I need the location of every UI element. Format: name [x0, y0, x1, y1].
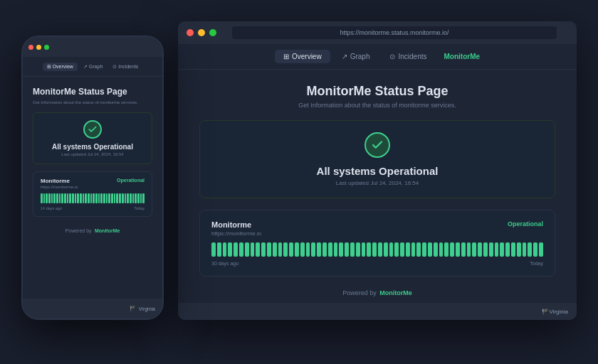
service-info: Monitorme https://monitorme.io [211, 220, 261, 237]
uptime-segment [283, 242, 288, 257]
mobile-maximize-button[interactable] [44, 45, 49, 50]
mobile-uptime-segment [111, 193, 113, 203]
mobile-uptime-segment [132, 193, 135, 203]
uptime-segment [400, 242, 404, 257]
tab-overview[interactable]: ⊞ Overview [275, 50, 330, 63]
uptime-segment [384, 242, 388, 257]
service-card: Monitorme https://monitorme.io Operation… [199, 210, 555, 277]
mobile-uptime-segment [100, 193, 103, 203]
mobile-uptime-segment [130, 193, 132, 203]
close-button[interactable] [187, 29, 194, 36]
uptime-segment [439, 242, 444, 257]
mobile-uptime-segment [48, 193, 51, 203]
mobile-service-card: Monitorme https://monitorme.io Operation… [33, 171, 152, 217]
mobile-uptime-segment [95, 193, 98, 203]
mobile-uptime-segment [77, 193, 79, 203]
mobile-region-flag: 🏴 [130, 306, 136, 311]
mobile-uptime-segment [122, 193, 124, 203]
uptime-segment [528, 242, 532, 257]
uptime-segment [322, 242, 327, 257]
mobile-page-title: MonitorMe Status Page [33, 87, 152, 98]
service-url: https://monitorme.io [211, 230, 261, 237]
uptime-segment [372, 242, 377, 257]
region-label: Virginia [549, 309, 568, 315]
mobile-grid-icon: ⊞ [47, 64, 51, 70]
mobile-tab-graph[interactable]: ↗ Graph [79, 63, 107, 71]
service-status: Operational [508, 220, 543, 228]
desktop-browser-window: https://monitorme.status.monitorme.io/ ⊞… [178, 21, 577, 320]
mobile-uptime-segment [67, 193, 69, 203]
uptime-segment [472, 242, 476, 257]
uptime-segment [483, 242, 488, 257]
uptime-segment [456, 242, 460, 257]
mobile-browser-window: ⊞ Overview ↗ Graph ⊙ Incidents MonitorMe… [21, 36, 164, 320]
uptime-end-label: Today [530, 261, 543, 266]
uptime-segment [467, 242, 471, 257]
mobile-uptime-start-label: 14 days ago [41, 206, 62, 210]
uptime-segment [211, 242, 216, 257]
mobile-uptime-segment [140, 193, 142, 203]
uptime-segment [328, 242, 332, 257]
mobile-region-label: Virginia [139, 306, 155, 311]
uptime-segment [511, 242, 515, 257]
mobile-uptime-segment [64, 193, 66, 203]
browser-nav: ⊞ Overview ↗ Graph ⊙ Incidents MonitorMe [178, 44, 577, 70]
uptime-segment [334, 242, 338, 257]
mobile-uptime-segment [80, 193, 82, 203]
uptime-segment [306, 242, 310, 257]
uptime-segment [416, 242, 421, 257]
uptime-segment [428, 242, 432, 257]
uptime-segment [367, 242, 371, 257]
uptime-segment [278, 242, 283, 257]
uptime-segment [345, 242, 349, 257]
mobile-page-subtitle: Get Information about the status of moni… [33, 100, 152, 105]
uptime-segment [517, 242, 521, 257]
region-flag: 🏴 [542, 309, 549, 315]
tab-incidents[interactable]: ⊙ Incidents [381, 50, 435, 63]
url-text: https://monitorme.status.monitorme.io/ [340, 29, 448, 36]
mobile-powered-by: Powered by MonitorMe [33, 223, 152, 235]
uptime-start-label: 30 days ago [211, 261, 238, 266]
uptime-segment [523, 242, 527, 257]
uptime-labels: 30 days ago Today [211, 261, 543, 266]
mobile-uptime-segment [85, 193, 87, 203]
mobile-uptime-bar [41, 193, 145, 203]
uptime-segment [311, 242, 315, 257]
address-bar[interactable]: https://monitorme.status.monitorme.io/ [232, 26, 557, 39]
page-subtitle: Get Information about the status of moni… [199, 102, 555, 109]
uptime-segment [261, 242, 266, 257]
mobile-tab-incidents[interactable]: ⊙ Incidents [108, 63, 142, 71]
uptime-segment [300, 242, 305, 257]
uptime-segment [362, 242, 366, 257]
uptime-segment [533, 242, 537, 257]
uptime-segment [223, 242, 227, 257]
uptime-bar [211, 242, 543, 257]
uptime-segment [350, 242, 355, 257]
minimize-button[interactable] [198, 29, 205, 36]
uptime-segment [505, 242, 510, 257]
alert-icon: ⊙ [389, 53, 395, 60]
mobile-service-name: Monitorme [41, 178, 78, 184]
mobile-uptime-segment [103, 193, 105, 203]
uptime-segment [539, 242, 543, 257]
powered-by-text: Powered by [342, 289, 377, 296]
status-title: All systems Operational [317, 165, 439, 177]
mobile-service-header: Monitorme https://monitorme.io Operation… [41, 178, 145, 189]
mobile-uptime-labels: 14 days ago Today [41, 206, 145, 210]
mobile-uptime-segment [108, 193, 110, 203]
mobile-minimize-button[interactable] [36, 45, 41, 50]
mobile-uptime-segment [90, 193, 93, 203]
tab-graph[interactable]: ↗ Graph [333, 50, 379, 63]
powered-by-brand-link[interactable]: MonitorMe [379, 289, 412, 296]
mobile-powered-by-brand-link[interactable]: MonitorMe [95, 228, 120, 233]
mobile-titlebar [23, 37, 162, 57]
mobile-uptime-segment [114, 193, 116, 203]
mobile-close-button[interactable] [28, 45, 33, 50]
grid-icon: ⊞ [283, 53, 289, 60]
mobile-powered-by-text: Powered by [65, 228, 92, 233]
brand-link[interactable]: MonitorMe [444, 53, 480, 60]
mobile-tab-overview[interactable]: ⊞ Overview [43, 63, 78, 71]
mobile-service-status: Operational [117, 178, 145, 183]
mobile-uptime-segment [127, 193, 129, 203]
maximize-button[interactable] [209, 29, 216, 36]
